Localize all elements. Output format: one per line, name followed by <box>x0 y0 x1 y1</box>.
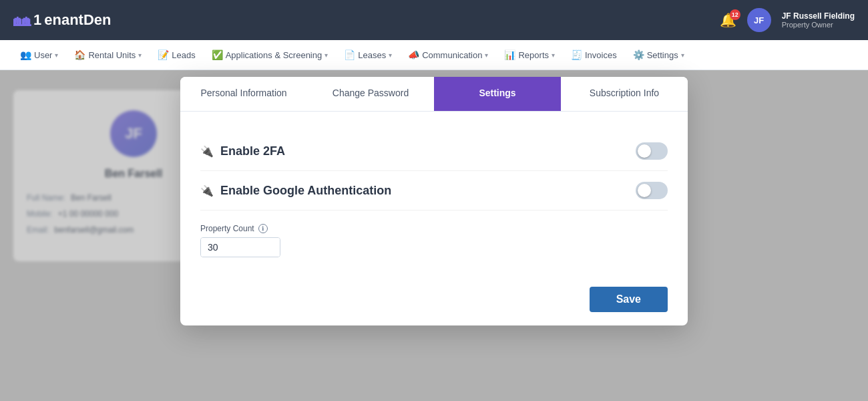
enable-2fa-row: 🔌 Enable 2FA <box>200 132 668 171</box>
nav-label-user: User <box>34 50 52 60</box>
chevron-down-icon: ▾ <box>485 51 488 59</box>
nav-label-settings: Settings <box>647 50 678 60</box>
nav-item-reports[interactable]: 📊 Reports ▾ <box>497 45 562 64</box>
notification-button[interactable]: 🔔 12 <box>720 12 736 28</box>
nav-item-applications-screening[interactable]: ✅ Applications & Screening ▾ <box>205 45 335 64</box>
nav-item-communication[interactable]: 📣 Communication ▾ <box>401 45 495 64</box>
nav-item-user[interactable]: 👥 User ▾ <box>13 45 65 64</box>
nav-label-invoices: Invoices <box>585 50 617 60</box>
logo[interactable]: 🏘 1enantDen <box>13 10 112 31</box>
communication-icon: 📣 <box>408 49 419 60</box>
nav-item-leases[interactable]: 📄 Leases ▾ <box>337 45 399 64</box>
chevron-down-icon: ▾ <box>324 51 328 59</box>
chevron-down-icon: ▾ <box>681 51 684 59</box>
user-name: JF Russell Fielding <box>782 11 855 21</box>
toggle-google-icon: 🔌 <box>200 184 214 197</box>
enable-2fa-toggle[interactable] <box>636 142 668 160</box>
save-button[interactable]: Save <box>590 287 668 312</box>
notification-badge: 12 <box>730 9 740 20</box>
nav-item-rental-units[interactable]: 🏠 Rental Units ▾ <box>67 45 148 64</box>
logo-prefix: 1 <box>33 11 41 29</box>
enable-2fa-label: 🔌 Enable 2FA <box>200 144 285 158</box>
invoices-icon: 🧾 <box>571 49 582 60</box>
nav-item-invoices[interactable]: 🧾 Invoices <box>564 45 624 64</box>
toggle-2fa-icon: 🔌 <box>200 145 214 158</box>
nav-label-rental-units: Rental Units <box>88 50 136 60</box>
main-content: JF Ben Farsell Full Name: Ben Farsell Mo… <box>0 70 868 401</box>
applications-icon: ✅ <box>212 49 223 60</box>
navigation: 👥 User ▾ 🏠 Rental Units ▾ 📝 Leads ✅ Appl… <box>0 40 868 70</box>
property-count-section: Property Count ℹ ▲ ▼ <box>200 224 668 257</box>
info-icon[interactable]: ℹ <box>258 224 268 233</box>
property-count-label: Property Count ℹ <box>200 224 668 233</box>
settings-modal: Personal Information Change Password Set… <box>180 77 688 325</box>
settings-nav-icon: ⚙️ <box>633 49 644 60</box>
modal-footer: Save <box>180 273 688 325</box>
modal-body: 🔌 Enable 2FA 🔌 Enable Google Authenticat… <box>180 112 688 273</box>
user-icon: 👥 <box>20 49 31 60</box>
tab-subscription-info[interactable]: Subscription Info <box>561 77 688 111</box>
nav-item-leads[interactable]: 📝 Leads <box>151 45 202 64</box>
property-count-input[interactable] <box>201 238 280 257</box>
enable-google-auth-label: 🔌 Enable Google Authentication <box>200 184 391 198</box>
nav-label-communication: Communication <box>422 50 482 60</box>
logo-text: enantDen <box>44 11 111 29</box>
avatar[interactable]: JF <box>747 8 771 32</box>
tab-settings[interactable]: Settings <box>434 77 561 111</box>
modal-tabs: Personal Information Change Password Set… <box>180 77 688 112</box>
tab-change-password[interactable]: Change Password <box>307 77 434 111</box>
home-icon: 🏠 <box>74 49 85 60</box>
enable-2fa-text: Enable 2FA <box>220 144 285 158</box>
header: 🏘 1enantDen 🔔 12 JF JF Russell Fielding … <box>0 0 868 40</box>
chevron-down-icon: ▾ <box>389 51 392 59</box>
user-info: JF Russell Fielding Property Owner <box>782 11 855 29</box>
logo-icon: 🏘 <box>13 10 31 31</box>
property-count-spinbox: ▲ ▼ <box>200 237 280 257</box>
chevron-down-icon: ▾ <box>552 51 555 59</box>
chevron-down-icon: ▾ <box>55 51 58 59</box>
tab-personal-information[interactable]: Personal Information <box>180 77 307 111</box>
user-role: Property Owner <box>782 21 855 29</box>
leases-icon: 📄 <box>344 49 355 60</box>
enable-google-auth-row: 🔌 Enable Google Authentication <box>200 171 668 211</box>
nav-item-settings[interactable]: ⚙️ Settings ▾ <box>626 45 691 64</box>
chevron-down-icon: ▾ <box>138 51 142 59</box>
property-count-label-text: Property Count <box>200 224 254 233</box>
modal-overlay: Personal Information Change Password Set… <box>0 70 868 401</box>
nav-label-applications-screening: Applications & Screening <box>226 50 322 60</box>
enable-google-auth-text: Enable Google Authentication <box>220 184 391 198</box>
reports-icon: 📊 <box>504 49 515 60</box>
header-icons: 🔔 12 JF JF Russell Fielding Property Own… <box>720 8 855 32</box>
nav-label-leads: Leads <box>172 50 195 60</box>
leads-icon: 📝 <box>158 49 169 60</box>
nav-label-leases: Leases <box>358 50 386 60</box>
nav-label-reports: Reports <box>518 50 549 60</box>
enable-google-auth-toggle[interactable] <box>636 182 668 199</box>
